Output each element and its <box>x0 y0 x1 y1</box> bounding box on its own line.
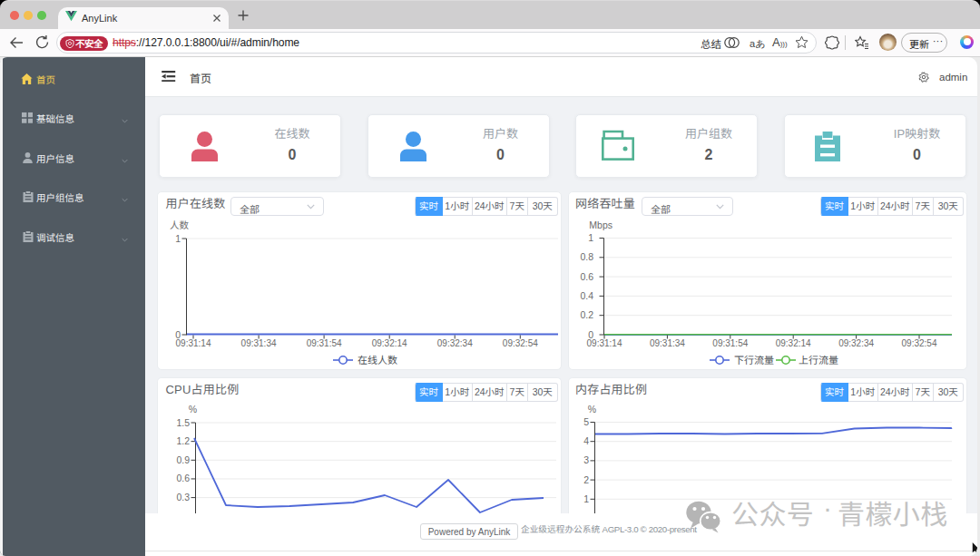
svg-text:1.5: 1.5 <box>176 417 190 428</box>
svg-text:下行流量: 下行流量 <box>734 355 774 366</box>
svg-text:在线人数: 在线人数 <box>358 355 397 366</box>
svg-text:09:32:54: 09:32:54 <box>503 338 538 348</box>
svg-text:09:32:34: 09:32:34 <box>838 338 874 348</box>
svg-text:5: 5 <box>583 416 589 427</box>
svg-text:上行流量: 上行流量 <box>799 355 838 366</box>
svg-text:%: % <box>588 404 596 415</box>
svg-text:09:31:14: 09:31:14 <box>587 338 622 348</box>
svg-text:09:32:14: 09:32:14 <box>776 338 811 348</box>
svg-text:人数: 人数 <box>170 219 189 230</box>
svg-text:1.2: 1.2 <box>176 435 190 446</box>
svg-text:09:32:34: 09:32:34 <box>437 338 473 348</box>
svg-text:09:31:14: 09:31:14 <box>176 338 211 348</box>
svg-text:0.8: 0.8 <box>580 251 593 262</box>
svg-text:0.2: 0.2 <box>580 309 593 320</box>
svg-text:09:31:54: 09:31:54 <box>712 338 748 348</box>
svg-text:0.9: 0.9 <box>176 454 190 465</box>
svg-text:1: 1 <box>583 493 589 504</box>
svg-text:%: % <box>189 404 197 415</box>
svg-text:0.6: 0.6 <box>580 271 593 282</box>
svg-text:3: 3 <box>583 454 589 465</box>
svg-text:09:31:54: 09:31:54 <box>307 338 342 348</box>
svg-text:2: 2 <box>583 474 589 485</box>
svg-text:09:32:14: 09:32:14 <box>372 338 407 348</box>
svg-text:0.6: 0.6 <box>176 473 190 483</box>
svg-text:1: 1 <box>175 233 181 244</box>
svg-text:Mbps: Mbps <box>589 219 612 230</box>
svg-text:4: 4 <box>583 435 589 446</box>
svg-text:09:31:34: 09:31:34 <box>241 338 277 348</box>
svg-text:09:31:34: 09:31:34 <box>650 338 685 348</box>
svg-text:09:32:54: 09:32:54 <box>902 338 937 348</box>
svg-text:1: 1 <box>588 232 593 243</box>
svg-text:0.4: 0.4 <box>580 290 593 301</box>
svg-text:0.3: 0.3 <box>176 492 190 502</box>
